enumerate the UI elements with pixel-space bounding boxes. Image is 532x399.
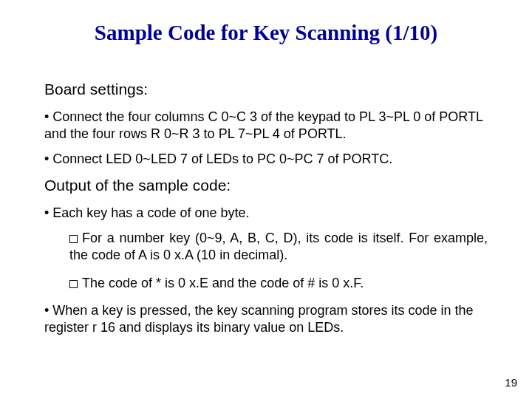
output-bullet-1: • Each key has a code of one byte. [44,205,488,222]
page-number: 19 [505,376,517,389]
output-sub-1-text: For a number key (0~9, A, B, C, D), its … [69,231,488,262]
slide-title: Sample Code for Key Scanning (1/10) [44,21,488,45]
output-heading: Output of the sample code: [44,177,488,194]
output-sub-2-text: The code of * is 0 x.E and the code of #… [82,276,364,290]
board-bullet-1: • Connect the four columns C 0~C 3 of th… [44,109,488,142]
output-bullet-2: • When a key is pressed, the key scannin… [44,302,488,335]
square-bullet-icon [69,235,78,243]
board-bullet-2: • Connect LED 0~LED 7 of LEDs to PC 0~PC… [44,151,488,168]
slide: Sample Code for Key Scanning (1/10) Boar… [0,0,532,399]
output-sub-2: The code of * is 0 x.E and the code of #… [69,275,488,292]
square-bullet-icon [69,280,78,288]
board-settings-heading: Board settings: [44,81,488,98]
output-sub-1: For a number key (0~9, A, B, C, D), its … [69,230,488,265]
